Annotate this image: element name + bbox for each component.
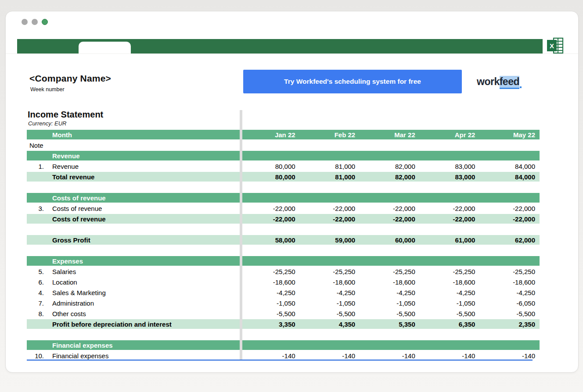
month-header-cell: Apr 22 (420, 131, 480, 139)
month-header-cell: Feb 22 (300, 131, 360, 139)
week-number-label: Week number (30, 86, 65, 93)
value-cell: 60,000 (360, 236, 420, 244)
value-cell: -6,050 (479, 299, 540, 307)
value-cell: 82,000 (360, 163, 420, 170)
table-row-data: 10.Financial expenses-140-140-140-140-14… (27, 351, 540, 360)
value-cell: 84,000 (479, 163, 540, 170)
workfeed-logo[interactable]: workfeed (477, 76, 522, 88)
value-cell: -18,600 (360, 278, 420, 286)
value-cell: -25,250 (420, 268, 480, 275)
row-note-number: 4. (27, 289, 51, 296)
section-label: Expenses (51, 257, 240, 265)
value-cell: -22,000 (300, 205, 360, 212)
value-cell: -5,500 (420, 310, 480, 317)
row-label: Profit before depreciation and interest (51, 321, 240, 328)
value-cell: -22,000 (240, 205, 300, 212)
value-cell: 5,350 (360, 321, 420, 328)
table-row-data: 5.Salaries-25,250-25,250-25,250-25,250-2… (27, 267, 540, 276)
row-label: Costs of revenue (51, 205, 240, 212)
header-divider (6, 53, 578, 54)
value-cell: 84,000 (479, 173, 540, 181)
value-cell: -22,000 (420, 215, 480, 223)
logo-mark (520, 86, 522, 88)
value-cell: -140 (479, 352, 540, 360)
value-cell: -18,600 (420, 278, 480, 286)
value-cell: -22,000 (300, 215, 360, 223)
value-cell: -22,000 (360, 205, 420, 212)
row-label: Sales & Marketing (51, 289, 240, 296)
table-row-spacer (27, 246, 540, 255)
svg-text:X: X (550, 42, 554, 50)
cta-button[interactable]: Try Workfeed's scheduling system for fre… (243, 70, 462, 93)
table-row-data: 4.Sales & Marketing-4,250-4,250-4,250-4,… (27, 288, 540, 297)
table-row-section: Expenses (27, 256, 540, 266)
window-dot-3[interactable] (42, 19, 48, 25)
table-row-note-row: Note (27, 140, 540, 150)
value-cell: -1,050 (300, 299, 360, 307)
row-label: Revenue (51, 163, 240, 170)
value-cell: 2,350 (479, 321, 540, 328)
value-cell: -18,600 (240, 278, 300, 286)
row-note-number: 10. (27, 352, 51, 360)
month-header-cell: Mar 22 (360, 131, 420, 139)
value-cell: -5,500 (240, 310, 300, 317)
app-window: X <Company Name> Week number Try Workfee… (5, 11, 579, 373)
value-cell: -140 (420, 352, 480, 360)
page-background: X <Company Name> Week number Try Workfee… (0, 0, 583, 392)
value-cell: -5,500 (479, 310, 540, 317)
window-dot-1[interactable] (22, 19, 28, 25)
value-cell: 58,000 (240, 236, 300, 244)
table-row-section: Financial expenses (27, 340, 540, 350)
value-cell: 82,000 (360, 173, 420, 181)
row-note-number: 1. (27, 163, 51, 170)
table-row-total: Total revenue80,00081,00082,00083,00084,… (27, 172, 540, 182)
section-label: Financial expenses (51, 342, 240, 349)
value-cell: 83,000 (420, 173, 480, 181)
section-label: Revenue (51, 152, 240, 160)
income-table: MonthJan 22Feb 22Mar 22Apr 22May 22NoteR… (27, 130, 540, 361)
row-label: Financial expenses (51, 352, 240, 360)
row-note-number: 7. (27, 299, 51, 307)
excel-icon[interactable]: X (546, 36, 565, 55)
value-cell: 6,350 (420, 321, 480, 328)
value-cell: -25,250 (300, 268, 360, 275)
value-cell: -22,000 (420, 205, 480, 212)
value-cell: 4,350 (300, 321, 360, 328)
value-cell: -22,000 (479, 215, 540, 223)
row-label: Administration (51, 299, 240, 307)
value-cell: -140 (360, 352, 420, 360)
row-label: Other costs (51, 310, 240, 317)
row-label: Total revenue (51, 173, 240, 181)
value-cell: -18,600 (479, 278, 540, 286)
value-cell: 62,000 (479, 236, 540, 244)
vertical-divider (240, 110, 242, 360)
table-row-section: Revenue (27, 151, 540, 160)
table-row-months: MonthJan 22Feb 22Mar 22Apr 22May 22 (27, 130, 540, 139)
table-row-data: 6.Location-18,600-18,600-18,600-18,600-1… (27, 277, 540, 287)
section-label: Costs of revenue (51, 194, 240, 202)
value-cell: -140 (300, 352, 360, 360)
table-row-data: 1.Revenue80,00081,00082,00083,00084,000 (27, 161, 540, 171)
table-row-spacer (27, 330, 540, 339)
row-label: Costs of revenue (51, 215, 240, 223)
value-cell: -5,500 (360, 310, 420, 317)
month-header-cell: Jan 22 (240, 131, 300, 139)
table-row-data: 3.Costs of revenue-22,000-22,000-22,000-… (27, 203, 540, 213)
table-row-data: 8.Other costs-5,500-5,500-5,500-5,500-5,… (27, 309, 540, 318)
window-dot-2[interactable] (32, 19, 38, 25)
table-row-total: Costs of revenue-22,000-22,000-22,000-22… (27, 214, 540, 224)
value-cell: 81,000 (300, 173, 360, 181)
value-cell: -4,250 (360, 289, 420, 296)
value-cell: -25,250 (240, 268, 300, 275)
table-row-section: Costs of revenue (27, 193, 540, 203)
row-note-number: 6. (27, 278, 51, 286)
row-note-number: 3. (27, 205, 51, 212)
value-cell: -22,000 (479, 205, 540, 212)
value-cell: -18,600 (300, 278, 360, 286)
table-bottom-line-soft (27, 360, 533, 361)
row-label: Salaries (51, 268, 240, 275)
value-cell: -4,250 (300, 289, 360, 296)
value-cell: -22,000 (240, 215, 300, 223)
value-cell: -4,250 (240, 289, 300, 296)
sheet-tab (79, 42, 131, 54)
